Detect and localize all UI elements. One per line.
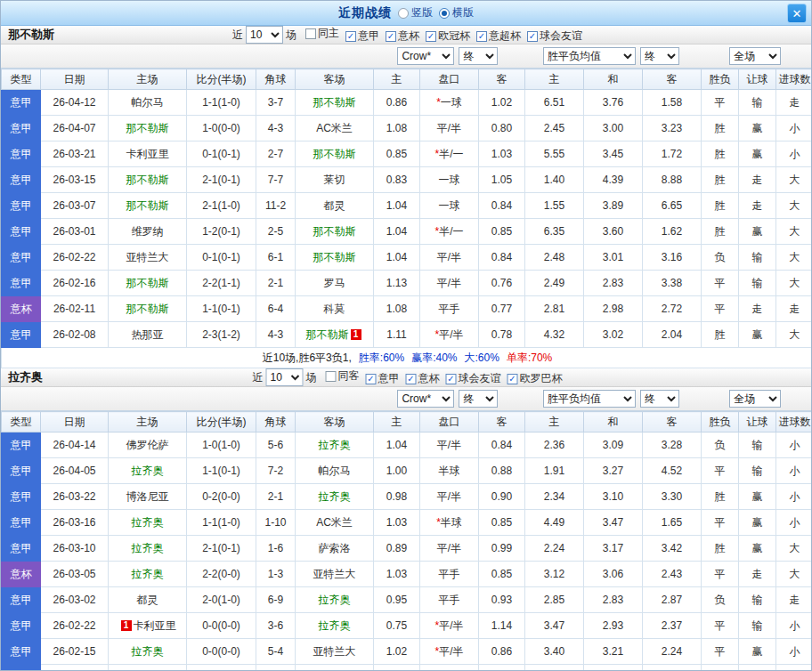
cell-result: 平 [702, 613, 739, 639]
cell-handicap: 一球 [420, 193, 479, 219]
cell-euro-away-odds: 2.04 [643, 322, 702, 348]
cell-euro-draw-odds: 3.10 [584, 484, 643, 510]
europe-time-select[interactable]: 终 [640, 390, 679, 408]
column-header: 胜负 [702, 412, 739, 433]
cell-corners: 7-7 [256, 167, 296, 193]
cell-league: 意甲 [2, 141, 41, 167]
rank-badge: 1 [351, 329, 361, 340]
cell-corners: 3-6 [256, 613, 296, 639]
header-row: 类型日期主场比分(半场)角球客场主盘口客主和客胜负让球进球数 [2, 69, 812, 90]
layout-option-horizontal[interactable]: 横版 [439, 5, 474, 20]
filter-意甲[interactable]: ✓意甲 [366, 371, 400, 386]
filter-意杯[interactable]: ✓意杯 [406, 371, 440, 386]
cell-handicap: 平手 [420, 562, 479, 587]
cell-date: 26-02-15 [41, 639, 109, 665]
cell-euro-draw-odds: 3.27 [584, 458, 643, 484]
checkbox-icon[interactable]: ✓ [527, 31, 538, 42]
checkbox-icon[interactable] [305, 28, 316, 39]
layout-option-vertical[interactable]: 竖版 [398, 5, 433, 20]
cell-date: 26-03-10 [41, 536, 109, 562]
cell-handicap-result: 赢 [739, 639, 776, 665]
team-name-text: 博洛尼亚 [126, 490, 169, 503]
cell-euro-draw-odds: 3.45 [584, 141, 643, 167]
checkbox-icon[interactable]: ✓ [366, 374, 377, 384]
cell-corners: 1-3 [256, 562, 296, 587]
cell-euro-draw-odds: 2.83 [584, 271, 643, 296]
filter-欧罗巴杯[interactable]: ✓欧罗巴杯 [508, 371, 563, 386]
europe-time-select[interactable]: 终 [640, 47, 679, 65]
odds-company-select[interactable]: Crow* [397, 47, 454, 65]
cell-handicap: *平/半 [420, 639, 479, 665]
team-name-text: 佛罗伦萨 [126, 439, 169, 451]
filter-label: 球会友谊 [459, 371, 501, 386]
close-button[interactable]: ✕ [787, 4, 807, 23]
filter-球会友谊[interactable]: ✓球会友谊 [446, 371, 501, 386]
filter-label: 意甲 [378, 371, 400, 386]
filter-欧冠杯[interactable]: ✓欧冠杯 [426, 28, 470, 44]
team-name-text: 那不勒斯 [313, 148, 356, 160]
filter-意杯[interactable]: ✓意杯 [386, 28, 419, 44]
checkbox-icon[interactable]: ✓ [345, 31, 356, 42]
checkbox-icon[interactable]: ✓ [476, 31, 487, 42]
checkbox-icon[interactable]: ✓ [508, 374, 518, 384]
radio-horizontal-icon[interactable] [439, 8, 450, 19]
cell-date: 26-02-12 [41, 665, 109, 671]
filter-label: 同主 [318, 26, 339, 41]
checkbox-icon[interactable]: ✓ [406, 374, 417, 384]
column-header: 盘口 [420, 69, 479, 90]
cell-euro-draw-odds: 3.21 [584, 639, 643, 665]
odds-company-select[interactable]: Crow* [397, 390, 454, 408]
europe-odds-select[interactable]: 胜平负均值 [543, 390, 636, 408]
checkbox-icon[interactable] [326, 371, 337, 382]
cell-result: 胜 [702, 536, 739, 562]
match-row: 意杯26-03-05拉齐奥2-2(0-0)1-3亚特兰大1.03平手0.853.… [2, 562, 812, 587]
cell-asian-home-odds: 1.02 [374, 639, 420, 665]
cell-handicap: *半球 [420, 510, 479, 536]
radio-vertical-icon[interactable] [398, 8, 409, 19]
cell-league: 意甲 [2, 639, 41, 665]
cell-goals-result: 小 [776, 510, 812, 536]
filter-同客[interactable]: 同客 [326, 368, 360, 384]
scope-select[interactable]: 全场 [729, 390, 781, 408]
europe-odds-select[interactable]: 胜平负均值 [543, 47, 636, 65]
summary-segment: 单率:70% [507, 352, 552, 364]
cell-league: 意甲 [2, 271, 41, 296]
filter-同主[interactable]: 同主 [305, 26, 339, 41]
cell-home-team: 维罗纳 [109, 219, 187, 245]
cell-home-team: 1卡利亚里 [109, 613, 187, 639]
cell-handicap: *平/半 [420, 613, 479, 639]
odds-time-select[interactable]: 终 [459, 390, 498, 408]
summary-segment: 大:60% [465, 352, 499, 364]
filter-意甲[interactable]: ✓意甲 [345, 28, 379, 44]
team-name-text: 拉齐奥 [132, 645, 164, 658]
summary-cell: 近10场,胜6平3负1,胜率:60%赢率:40%大:60%单率:70% [2, 348, 812, 368]
checkbox-icon[interactable]: ✓ [426, 31, 436, 42]
games-count-select[interactable]: 10 [266, 368, 304, 386]
cell-asian-home-odds: 1.04 [374, 219, 420, 245]
checkbox-icon[interactable]: ✓ [386, 31, 396, 42]
cell-score: 0-2(0-0) [187, 484, 256, 510]
cell-result: 平 [702, 639, 739, 665]
cell-euro-home-odds: 5.55 [525, 141, 584, 167]
cell-goals-result: 小 [776, 484, 812, 510]
filter-label: 意杯 [418, 371, 440, 386]
cell-home-team: 拉齐奥 [109, 562, 187, 587]
filter-球会友谊[interactable]: ✓球会友谊 [527, 28, 582, 44]
odds-time-select[interactable]: 终 [459, 47, 498, 65]
section-header: 那不勒斯 近 10 场 同主✓意甲✓意杯✓欧冠杯✓意超杯✓球会友谊 [1, 26, 811, 44]
cell-asian-home-odds: 1.04 [374, 433, 420, 458]
cell-asian-home-odds: 1.13 [374, 271, 420, 296]
filter-意超杯[interactable]: ✓意超杯 [476, 28, 521, 44]
cell-asian-away-odds: 0.77 [479, 296, 525, 322]
match-row: 意甲26-02-12博洛尼亚1-1(1-0)5-2拉齐奥0.89平/半0.993… [2, 665, 812, 671]
cell-handicap: *平/半 [420, 322, 479, 348]
cell-asian-away-odds: 0.90 [479, 484, 525, 510]
cell-goals-result: 大 [776, 167, 812, 193]
cell-euro-away-odds: 2.43 [643, 562, 702, 587]
header-row: 类型日期主场比分(半场)角球客场主盘口客主和客胜负让球进球数 [2, 412, 812, 433]
euro-odds-filters: 胜平负均值 终 [524, 387, 700, 410]
checkbox-icon[interactable]: ✓ [446, 374, 457, 384]
scope-select[interactable]: 全场 [729, 47, 781, 65]
games-count-select[interactable]: 10 [246, 26, 283, 44]
match-row: 意甲26-02-22亚特兰大0-1(0-1)6-1那不勒斯1.04平/半0.84… [2, 245, 812, 271]
